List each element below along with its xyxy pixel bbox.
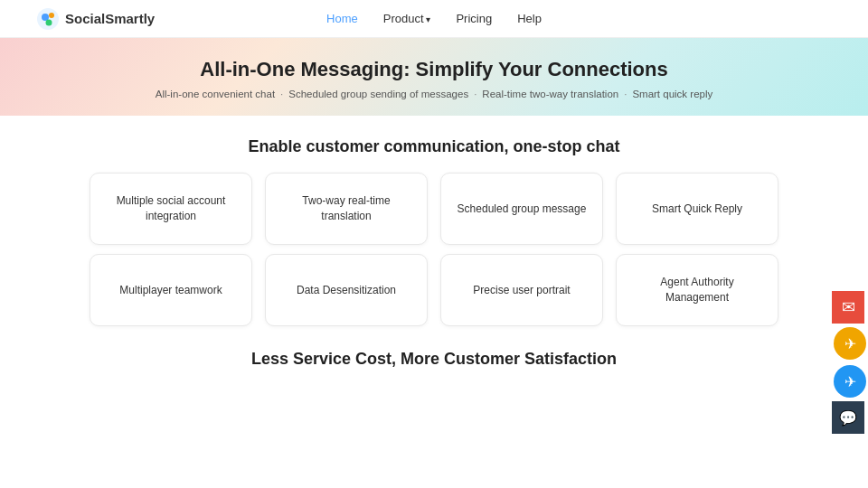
chat-float-button[interactable]: 💬 [832,401,864,434]
feature-cards: Multiple social account integration Two-… [0,173,868,326]
card-smart-reply[interactable]: Smart Quick Reply [616,173,778,245]
dot-3: · [624,89,627,99]
card-two-way-translation[interactable]: Two-way real-time translation [265,173,428,245]
less-service-title: Less Service Cost, More Customer Satisfa… [0,350,868,369]
svg-point-3 [46,19,52,25]
card-teamwork[interactable]: Multiplayer teamwork [90,254,252,326]
nav-product[interactable]: Product [383,12,431,25]
nav-links: Home Product Pricing Help [326,12,542,25]
dot-2: · [474,89,476,99]
hero-banner: All-in-One Messaging: Simplify Your Conn… [0,38,868,116]
hero-title: All-in-One Messaging: Simplify Your Conn… [18,58,850,81]
card-agent-authority[interactable]: Agent Authority Management [616,254,778,326]
navbar: SocialSmartly Home Product Pricing Help [0,0,868,38]
card-scheduled-group[interactable]: Scheduled group message [440,173,603,245]
logo-icon [36,7,60,31]
hero-feature-4: Smart quick reply [632,89,712,99]
card-social-integration[interactable]: Multiple social account integration [90,173,252,245]
nav-home[interactable]: Home [326,12,358,25]
svg-point-2 [49,13,54,18]
telegram-blue-float-button[interactable]: ✈ [834,365,866,398]
cards-row-1: Multiple social account integration Two-… [72,173,796,245]
hero-feature-2: Scheduled group sending of messages [288,89,468,99]
floating-action-buttons: ✉ ✈ ✈ 💬 [832,291,868,434]
logo[interactable]: SocialSmartly [36,7,155,31]
dot-1: · [280,89,283,99]
card-user-portrait[interactable]: Precise user portrait [440,254,603,326]
nav-pricing[interactable]: Pricing [456,12,492,25]
email-float-button[interactable]: ✉ [832,291,864,324]
section-title: Enable customer communication, one-stop … [0,137,868,156]
card-desensitization[interactable]: Data Desensitization [265,254,428,326]
telegram-yellow-float-button[interactable]: ✈ [834,327,866,360]
nav-help[interactable]: Help [517,12,542,25]
hero-feature-1: All-in-one convenient chat [156,89,275,99]
hero-feature-3: Real-time two-way translation [482,89,618,99]
cards-row-2: Multiplayer teamwork Data Desensitizatio… [72,254,796,326]
brand-name: SocialSmartly [65,11,155,26]
hero-subtitle: All-in-one convenient chat · Scheduled g… [18,89,850,99]
